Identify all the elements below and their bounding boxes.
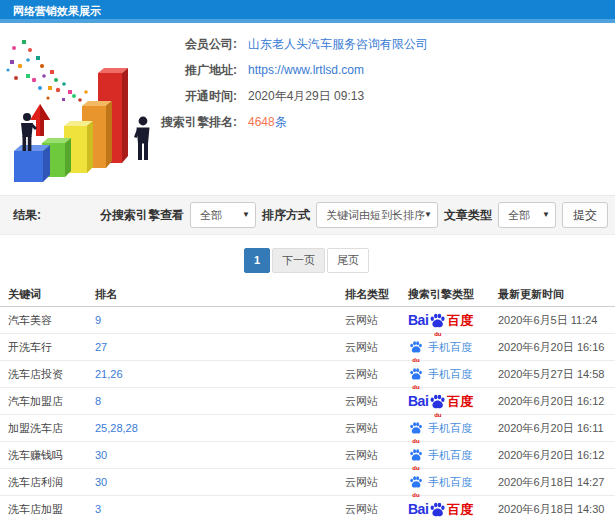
keyword-cell: 洗车赚钱吗 xyxy=(8,442,63,469)
promo-url-row: 推广地址: https://www.lrtlsd.com xyxy=(0,62,615,88)
rank-cell[interactable]: 30 xyxy=(95,469,107,496)
mobile-baidu-paw-icon: du xyxy=(409,442,423,469)
updated-cell: 2020年6月18日 14:30 xyxy=(498,496,604,520)
rank-type-cell: 云网站 xyxy=(345,307,378,334)
baidu-logo-text: 百度 xyxy=(447,394,473,409)
baidu-paw-icon: du xyxy=(429,308,446,335)
updated-cell: 2020年6月20日 16:12 xyxy=(498,442,604,469)
table-row: 加盟洗车店25,28,28云网站du手机百度2020年6月20日 16:11 xyxy=(0,415,615,442)
keyword-cell: 洗车店投资 xyxy=(8,361,63,388)
rank-type-cell: 云网站 xyxy=(345,415,378,442)
baidu-paw-icon: du xyxy=(429,497,446,520)
rank-cell[interactable]: 27 xyxy=(95,334,107,361)
sort-select[interactable]: 关键词由短到长排序 ▼ xyxy=(316,202,438,228)
mobile-baidu-paw-icon: du xyxy=(409,469,423,496)
keyword-cell: 洗车店加盟 xyxy=(8,496,63,520)
submit-button[interactable]: 提交 xyxy=(562,202,608,228)
mobile-baidu-logo: du手机百度 xyxy=(408,361,472,388)
table-row: 洗车店投资21,26云网站du手机百度2020年5月27日 14:58 xyxy=(0,361,615,388)
table-row: 汽车加盟店8云网站Baidu百度2020年6月20日 16:12 xyxy=(0,388,615,415)
rank-type-cell: 云网站 xyxy=(345,442,378,469)
mobile-baidu-label: 手机百度 xyxy=(428,368,472,380)
article-type-select[interactable]: 全部 ▼ xyxy=(498,202,556,228)
article-type-value: 全部 xyxy=(508,209,530,221)
member-company-link[interactable]: 山东老人头汽车服务咨询有限公司 xyxy=(248,36,428,53)
rank-type-cell: 云网站 xyxy=(345,496,378,520)
pagination: 1 下一页 尾页 xyxy=(0,248,615,273)
rank-type-cell: 云网站 xyxy=(345,334,378,361)
mobile-baidu-logo: du手机百度 xyxy=(408,334,472,361)
baidu-logo-text: Bai xyxy=(408,393,428,409)
mobile-baidu-paw-icon: du xyxy=(409,361,423,388)
rank-cell[interactable]: 21,26 xyxy=(95,361,123,388)
chevron-down-icon: ▼ xyxy=(542,203,550,227)
engine-rank-unit: 条 xyxy=(275,115,287,129)
next-page-button[interactable]: 下一页 xyxy=(272,248,325,273)
keyword-cell: 汽车加盟店 xyxy=(8,388,63,415)
sort-value: 关键词由短到长排序 xyxy=(326,209,425,221)
column-header-updated: 最新更新时间 xyxy=(498,283,564,305)
article-type-label: 文章类型 xyxy=(444,207,492,224)
updated-cell: 2020年6月20日 16:16 xyxy=(498,334,604,361)
rank-cell[interactable]: 9 xyxy=(95,307,101,334)
filter-bar: 结果: 分搜索引擎查看 全部 ▼ 排序方式 关键词由短到长排序 ▼ 文章类型 全… xyxy=(0,195,615,235)
updated-cell: 2020年5月27日 14:58 xyxy=(498,361,604,388)
page-1-button[interactable]: 1 xyxy=(244,248,270,273)
promo-url-link[interactable]: https://www.lrtlsd.com xyxy=(248,62,364,79)
page-title: 网络营销效果展示 xyxy=(13,5,101,17)
rank-cell[interactable]: 8 xyxy=(95,388,101,415)
table-body: 汽车美容9云网站Baidu百度2020年6月5日 11:24开洗车行27云网站d… xyxy=(0,307,615,520)
filter-group: 分搜索引擎查看 全部 ▼ 排序方式 关键词由短到长排序 ▼ 文章类型 全部 ▼ … xyxy=(100,202,608,228)
baidu-logo-text: Bai xyxy=(408,312,428,328)
mobile-baidu-logo: du手机百度 xyxy=(408,415,472,442)
rank-type-cell: 云网站 xyxy=(345,388,378,415)
baidu-logo: Baidu百度 xyxy=(408,496,473,520)
baidu-logo-text: Bai xyxy=(408,501,428,517)
marketing-results-page: 网络营销效果展示 xyxy=(0,0,615,520)
engine-rank-count: 4648 xyxy=(248,115,275,129)
engine-rank-value: 4648条 xyxy=(248,114,287,131)
rank-type-cell: 云网站 xyxy=(345,361,378,388)
engine-filter-select[interactable]: 全部 ▼ xyxy=(190,202,256,228)
rank-cell[interactable]: 30 xyxy=(95,442,107,469)
updated-cell: 2020年6月5日 11:24 xyxy=(498,307,597,334)
table-header-row: 关键词 排名 排名类型 搜索引擎类型 最新更新时间 xyxy=(0,283,615,307)
column-header-rank-type: 排名类型 xyxy=(345,283,389,305)
open-time-value: 2020年4月29日 09:13 xyxy=(248,88,364,105)
member-company-row: 会员公司: 山东老人头汽车服务咨询有限公司 xyxy=(0,36,615,62)
baidu-logo: Baidu百度 xyxy=(408,307,473,335)
engine-rank-label: 搜索引擎排名: xyxy=(161,114,237,131)
keyword-ranking-table: 关键词 排名 排名类型 搜索引擎类型 最新更新时间 汽车美容9云网站Baidu百… xyxy=(0,283,615,520)
rank-type-cell: 云网站 xyxy=(345,469,378,496)
mobile-baidu-label: 手机百度 xyxy=(428,476,472,488)
table-row: 洗车店加盟3云网站Baidu百度2020年6月18日 14:30 xyxy=(0,496,615,520)
baidu-logo-text: 百度 xyxy=(447,502,473,517)
rank-cell[interactable]: 25,28,28 xyxy=(95,415,138,442)
promo-url-label: 推广地址: xyxy=(185,62,237,79)
updated-cell: 2020年6月20日 16:11 xyxy=(498,415,604,442)
chevron-down-icon: ▼ xyxy=(424,203,432,227)
chevron-down-icon: ▼ xyxy=(242,203,250,227)
column-header-rank: 排名 xyxy=(95,283,117,305)
sort-label: 排序方式 xyxy=(262,207,310,224)
engine-rank-row: 搜索引擎排名: 4648条 xyxy=(0,114,615,140)
keyword-cell: 洗车店利润 xyxy=(8,469,63,496)
table-row: 洗车赚钱吗30云网站du手机百度2020年6月20日 16:12 xyxy=(0,442,615,469)
keyword-cell: 开洗车行 xyxy=(8,334,52,361)
member-info-panel: 会员公司: 山东老人头汽车服务咨询有限公司 推广地址: https://www.… xyxy=(0,36,615,140)
table-row: 开洗车行27云网站du手机百度2020年6月20日 16:16 xyxy=(0,334,615,361)
mobile-baidu-logo: du手机百度 xyxy=(408,442,472,469)
last-page-button[interactable]: 尾页 xyxy=(327,248,369,273)
rank-cell[interactable]: 3 xyxy=(95,496,101,520)
mobile-baidu-label: 手机百度 xyxy=(428,341,472,353)
mobile-baidu-label: 手机百度 xyxy=(428,422,472,434)
engine-filter-label: 分搜索引擎查看 xyxy=(100,207,184,224)
bar-blue xyxy=(14,145,50,182)
baidu-paw-icon: du xyxy=(429,389,446,416)
updated-cell: 2020年6月18日 14:27 xyxy=(498,469,604,496)
column-header-engine-type: 搜索引擎类型 xyxy=(408,283,474,305)
keyword-cell: 汽车美容 xyxy=(8,307,52,334)
table-row: 洗车店利润30云网站du手机百度2020年6月18日 14:27 xyxy=(0,469,615,496)
page-header: 网络营销效果展示 xyxy=(0,0,615,23)
updated-cell: 2020年6月20日 16:12 xyxy=(498,388,604,415)
